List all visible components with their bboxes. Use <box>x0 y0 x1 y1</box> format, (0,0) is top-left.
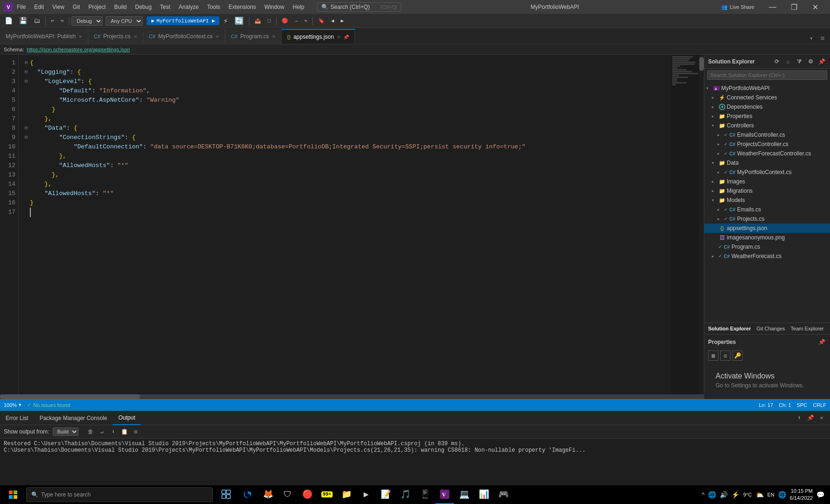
status-zoom[interactable]: 100% ▾ <box>4 402 21 408</box>
menu-test[interactable]: Test <box>156 2 174 12</box>
se-item-projects-controller[interactable]: ▸ ✓ C# ProjectsController.cs <box>704 140 830 149</box>
se-item-imagesanonymous[interactable]: 🖼 imagesanonymous.png <box>704 233 830 242</box>
se-item-projects-model[interactable]: ▸ ✓ C# Projects.cs <box>704 214 830 224</box>
toolbar-nav-back-btn[interactable]: ◀ <box>328 16 337 25</box>
minimize-button[interactable]: — <box>762 0 783 14</box>
status-encoding[interactable]: CRLF <box>813 402 826 408</box>
menu-edit[interactable]: Edit <box>30 2 48 12</box>
menu-analyze[interactable]: Analyze <box>175 2 203 12</box>
se-settings-btn[interactable]: ⚙ <box>806 57 815 66</box>
start-button[interactable] <box>2 485 24 504</box>
output-expand-btn[interactable]: ⬆ <box>795 413 804 423</box>
schema-url-link[interactable]: https://json.schemastore.org/appsettings… <box>27 47 130 52</box>
se-item-controllers[interactable]: ▾ 📁 Controllers <box>704 121 830 130</box>
toolbar-step-over-btn[interactable]: ↷ <box>301 16 310 25</box>
status-spaces[interactable]: SPC <box>797 402 808 408</box>
tab-appsettings[interactable]: {} appsettings.json ✕ 📌 <box>282 29 355 44</box>
toolbar-new-project-btn[interactable]: 📄 <box>2 15 15 26</box>
se-item-weather-forecast[interactable]: ▸ ✓ C# WeatherForecast.cs <box>704 252 830 261</box>
taskbar-battery-icon[interactable]: ⚡ <box>731 491 739 498</box>
props-alpha-btn[interactable]: ⍺ <box>720 350 731 361</box>
tab-projects[interactable]: C# Projects.cs ✕ <box>88 29 143 44</box>
taskbar-language[interactable]: EN <box>767 492 774 497</box>
output-tab-package-manager[interactable]: Package Manager Console <box>34 411 113 425</box>
se-item-migrations[interactable]: ▸ 📁 Migrations <box>704 186 830 196</box>
toolbar-save-all-btn[interactable]: 🗂 <box>31 16 43 26</box>
global-search-box[interactable]: 🔍 Search (Ctrl+Q) (Ctrl+Q) <box>317 2 401 12</box>
toolbar-nav-fwd-btn[interactable]: ▶ <box>338 16 347 25</box>
menu-git[interactable]: Git <box>69 2 84 12</box>
build-config-select[interactable]: Debug <box>71 16 103 26</box>
toolbar-container-btn[interactable]: □ <box>265 17 274 25</box>
status-no-issues[interactable]: ✓ No issues found <box>27 402 70 408</box>
live-share-btn[interactable]: 👥 Live Share <box>717 3 758 12</box>
menu-debug[interactable]: Debug <box>131 2 155 12</box>
taskbar-app-brave[interactable]: 🛡 <box>278 485 297 504</box>
taskbar-app-music[interactable]: 🎵 <box>396 485 415 504</box>
se-sync-btn[interactable]: ⟳ <box>772 57 781 66</box>
fold-8[interactable]: ⊟ <box>22 124 30 133</box>
menu-extensions[interactable]: Extensions <box>225 2 260 12</box>
taskbar-app-phone[interactable]: 📱 <box>416 485 434 504</box>
output-close-btn[interactable]: ✕ <box>817 413 826 423</box>
fold-2[interactable]: ⊟ <box>22 68 30 77</box>
toolbar-publish-btn[interactable]: 📤 <box>252 16 264 25</box>
tab-publish-close[interactable]: ✕ <box>78 34 82 39</box>
output-tab-output[interactable]: Output <box>113 411 141 425</box>
se-item-emails[interactable]: ▸ ✓ C# Emails.cs <box>704 205 830 214</box>
toolbar-restart-btn[interactable]: 🔄 <box>232 15 247 27</box>
taskbar-app-edge[interactable] <box>239 485 258 504</box>
props-pin-btn[interactable]: 📌 <box>817 337 826 347</box>
taskbar-app-media[interactable]: ▶️ <box>357 485 376 504</box>
menu-file[interactable]: File <box>13 2 29 12</box>
run-button[interactable]: ▶ MyPortfolioWebAPI ▶ <box>147 16 220 25</box>
se-item-emails-controller[interactable]: ▸ ✓ C# EmailsController.cs <box>704 130 830 140</box>
fold-1[interactable]: ⊟ <box>22 58 30 68</box>
output-clear-btn[interactable]: 🗑 <box>86 427 95 436</box>
se-tab-team-explorer[interactable]: Team Explorer <box>791 326 824 331</box>
output-filter-select[interactable]: Build <box>53 427 78 436</box>
se-item-program[interactable]: ✓ C# Program.cs <box>704 242 830 252</box>
taskbar-task-view[interactable] <box>217 485 235 504</box>
output-copy-btn[interactable]: 📋 <box>120 427 129 436</box>
vertical-scrollbar[interactable] <box>699 55 704 394</box>
tab-projects-close[interactable]: ✕ <box>134 34 137 39</box>
toolbar-breakpoints-btn[interactable]: 🔴 <box>279 16 291 25</box>
output-tab-error-list[interactable]: Error List <box>0 411 34 425</box>
toolbar-step-btn[interactable]: → <box>292 17 301 25</box>
tab-pin-icon[interactable]: 📌 <box>343 35 349 40</box>
se-item-context[interactable]: ▸ ✓ C# MyPortfolioContext.cs <box>704 168 830 177</box>
taskbar-search[interactable]: 🔍 Type here to search <box>26 487 213 502</box>
menu-build[interactable]: Build <box>111 2 131 12</box>
menu-window[interactable]: Window <box>261 2 288 12</box>
tab-program-close[interactable]: ✕ <box>272 34 276 39</box>
se-item-weather-controller[interactable]: ▸ ✓ C# WeatherForecastController.cs <box>704 149 830 158</box>
se-item-data-folder[interactable]: ▾ 📁 Data <box>704 158 830 168</box>
code-editor[interactable]: ⊟ { ⊟ "Logging": { ⊟ "LogLevel": { <box>19 55 671 394</box>
se-tab-solution-explorer[interactable]: Solution Explorer <box>708 326 751 331</box>
taskbar-notification-btn[interactable]: 💬 <box>816 491 824 498</box>
code-line-17[interactable] <box>22 208 671 217</box>
toolbar-save-btn[interactable]: 💾 <box>16 15 30 26</box>
maximize-button[interactable]: ❐ <box>783 0 805 14</box>
se-item-connected-services[interactable]: ▸ ⚡ Connected Services <box>704 93 830 102</box>
toolbar-attach-btn[interactable]: ⚡ <box>220 15 231 27</box>
status-line[interactable]: Ln: 17 <box>759 402 773 408</box>
tab-publish[interactable]: MyPortfolioWebAPI: Publish ✕ <box>0 29 88 44</box>
props-key-btn[interactable]: 🔑 <box>732 350 743 361</box>
close-button[interactable]: ✕ <box>805 0 826 14</box>
menu-project[interactable]: Project <box>85 2 109 12</box>
vscroll-thumb[interactable] <box>699 57 704 71</box>
se-item-appsettings[interactable]: {} appsettings.json <box>704 224 830 233</box>
menu-tools[interactable]: Tools <box>203 2 224 12</box>
se-item-dependencies[interactable]: ▸ Dependencies <box>704 102 830 112</box>
output-wrap-btn[interactable]: ↵ <box>97 427 106 436</box>
tab-appsettings-close[interactable]: ✕ <box>337 35 341 40</box>
tab-program[interactable]: C# Program.cs ✕ <box>225 29 281 44</box>
se-item-images[interactable]: ▸ 📁 Images <box>704 177 830 186</box>
se-home-btn[interactable]: ⌂ <box>783 57 793 66</box>
se-filter-btn[interactable]: ⧩ <box>795 57 804 66</box>
taskbar-app-note[interactable]: 📝 <box>376 485 395 504</box>
taskbar-app-opera[interactable]: 🔴 <box>298 485 317 504</box>
menu-view[interactable]: View <box>49 2 68 12</box>
